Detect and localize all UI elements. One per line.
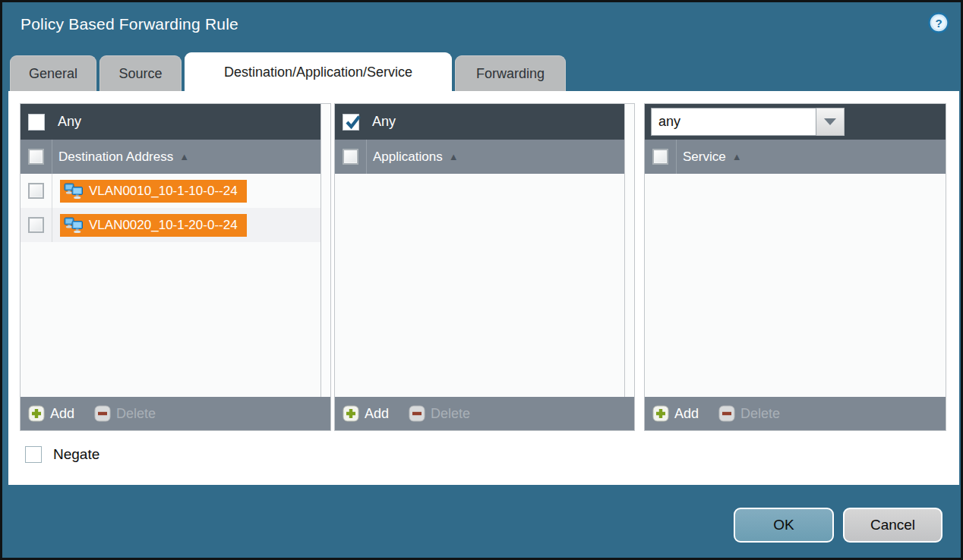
applications-any-bar: Any	[335, 104, 624, 140]
policy-based-forwarding-dialog: Policy Based Forwarding Rule ? General S…	[0, 0, 963, 560]
tab-bar: General Source Destination/Application/S…	[10, 52, 566, 91]
destination-address-header-label: Destination Address	[58, 149, 173, 165]
destination-row-checkbox[interactable]	[28, 217, 44, 233]
applications-header-label: Applications	[373, 149, 443, 165]
plus-icon	[28, 405, 45, 422]
address-object-label: VLAN0020_10-1-20-0--24	[89, 218, 238, 233]
applications-list	[335, 174, 624, 397]
dialog-title: Policy Based Forwarding Rule	[21, 15, 238, 33]
help-icon[interactable]: ?	[928, 12, 949, 33]
sort-ascending-icon: ▲	[179, 151, 189, 162]
service-header-label: Service	[683, 149, 726, 165]
service-add-button[interactable]: Add	[652, 405, 699, 422]
service-dropdown-value[interactable]: any	[651, 108, 816, 136]
applications-add-button[interactable]: Add	[343, 405, 389, 422]
negate-label: Negate	[53, 446, 99, 463]
destination-toolbar: Add Delete	[20, 397, 331, 431]
applications-any-label: Any	[372, 114, 396, 130]
tab-source[interactable]: Source	[99, 55, 182, 91]
applications-any-checkbox[interactable]	[343, 114, 359, 131]
destination-any-label: Any	[58, 114, 81, 130]
destination-delete-button[interactable]: Delete	[94, 405, 156, 422]
network-computers-icon	[64, 217, 84, 234]
applications-section: Any Applications ▲ A	[334, 103, 635, 431]
service-toolbar: Add Delete	[644, 397, 946, 431]
ok-button[interactable]: OK	[734, 508, 834, 543]
chevron-down-icon	[824, 118, 836, 125]
destination-row-checkbox[interactable]	[28, 183, 44, 199]
minus-icon	[409, 405, 425, 422]
plus-icon	[343, 405, 359, 422]
destination-add-button[interactable]: Add	[28, 405, 74, 422]
applications-toolbar: Add Delete	[334, 397, 635, 431]
cancel-button[interactable]: Cancel	[843, 508, 942, 543]
destination-address-section: Any Destination Address ▲	[20, 103, 331, 431]
address-object-chip[interactable]: VLAN0020_10-1-20-0--24	[60, 214, 247, 237]
address-object-label: VLAN0010_10-1-10-0--24	[89, 184, 238, 199]
destination-row-vlan0020[interactable]: VLAN0020_10-1-20-0--24	[21, 208, 320, 242]
destination-select-all-checkbox[interactable]	[28, 149, 44, 165]
destination-address-column-header[interactable]: Destination Address ▲	[21, 140, 320, 174]
plus-icon	[652, 405, 669, 422]
tab-content-panel: Any Destination Address ▲	[8, 91, 959, 485]
network-computers-icon	[64, 183, 84, 200]
applications-select-all-checkbox[interactable]	[343, 149, 358, 165]
service-select-all-checkbox[interactable]	[652, 149, 668, 165]
service-dropdown-button[interactable]	[816, 108, 845, 136]
minus-icon	[94, 405, 111, 422]
service-section: any Service ▲	[644, 103, 946, 431]
checkmark-icon	[344, 113, 362, 131]
destination-scrollbar-track[interactable]	[320, 104, 330, 397]
sort-ascending-icon: ▲	[449, 151, 459, 162]
tab-destination-application-service[interactable]: Destination/Application/Service	[185, 52, 452, 91]
destination-any-bar: Any	[21, 104, 320, 140]
destination-any-checkbox[interactable]	[28, 114, 45, 131]
service-dropdown[interactable]: any	[651, 108, 845, 136]
service-list	[645, 174, 946, 397]
destination-address-list: VLAN0010_10-1-10-0--24	[21, 174, 320, 397]
sort-ascending-icon: ▲	[732, 151, 742, 162]
service-dropdown-bar: any	[645, 104, 946, 140]
address-object-chip[interactable]: VLAN0010_10-1-10-0--24	[60, 180, 247, 203]
negate-row: Negate	[25, 446, 99, 463]
tab-general[interactable]: General	[10, 55, 96, 91]
applications-column-header[interactable]: Applications ▲	[335, 140, 624, 174]
negate-checkbox[interactable]	[25, 446, 42, 463]
applications-delete-button[interactable]: Delete	[409, 405, 470, 422]
svg-text:?: ?	[935, 17, 942, 30]
destination-row-vlan0010[interactable]: VLAN0010_10-1-10-0--24	[21, 174, 320, 208]
service-delete-button[interactable]: Delete	[718, 405, 780, 422]
minus-icon	[718, 405, 735, 422]
tab-forwarding[interactable]: Forwarding	[455, 55, 566, 91]
service-column-header[interactable]: Service ▲	[645, 140, 946, 174]
applications-scrollbar-track[interactable]	[624, 104, 634, 397]
